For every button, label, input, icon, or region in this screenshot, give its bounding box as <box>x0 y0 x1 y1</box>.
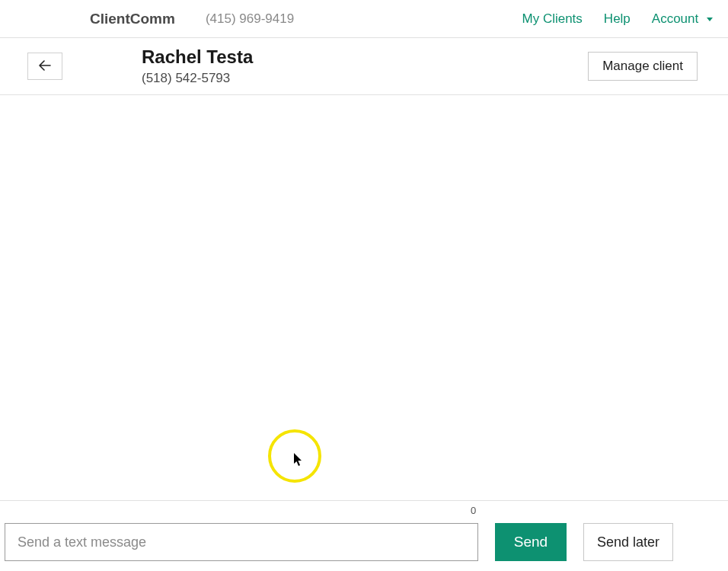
client-phone: (518) 542-5793 <box>142 71 253 86</box>
manage-client-button[interactable]: Manage client <box>588 52 698 81</box>
message-input[interactable] <box>5 523 478 561</box>
compose-bar: 0 Send Send later <box>0 500 728 571</box>
nav-account[interactable]: Account <box>652 11 713 27</box>
conversation-area <box>0 95 728 500</box>
nav-account-label: Account <box>652 11 698 26</box>
back-button[interactable] <box>27 53 62 80</box>
send-button[interactable]: Send <box>495 523 567 561</box>
nav-help[interactable]: Help <box>604 11 631 27</box>
arrow-left-icon <box>39 59 51 75</box>
cursor-icon <box>294 453 303 470</box>
client-header: Rachel Testa (518) 542-5793 Manage clien… <box>0 38 728 95</box>
nav-my-clients[interactable]: My Clients <box>522 11 583 27</box>
brand-title: ClientComm <box>90 11 175 27</box>
brand-phone: (415) 969-9419 <box>206 11 294 27</box>
char-count: 0 <box>471 505 476 516</box>
top-nav: ClientComm (415) 969-9419 My Clients Hel… <box>0 0 728 38</box>
client-name: Rachel Testa <box>142 46 253 69</box>
send-later-button[interactable]: Send later <box>583 523 673 561</box>
client-info: Rachel Testa (518) 542-5793 <box>142 46 253 87</box>
compose-row: Send Send later <box>5 523 723 561</box>
chevron-down-icon <box>707 18 713 21</box>
